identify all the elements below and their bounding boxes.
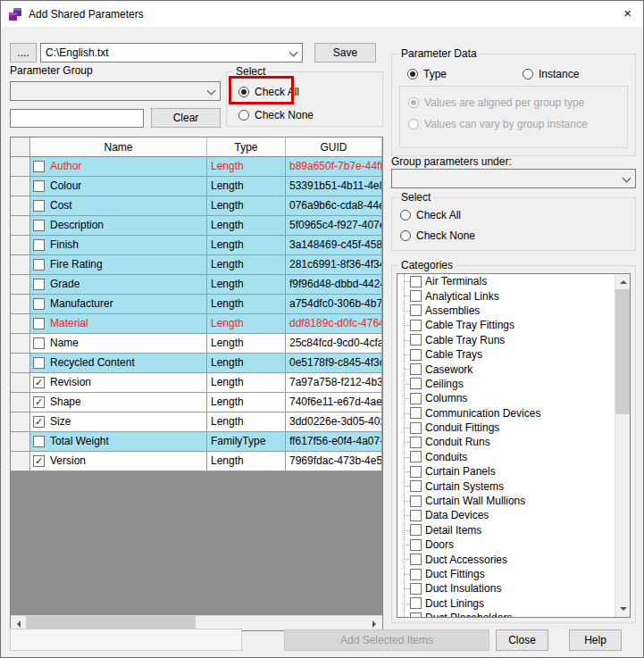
table-row[interactable]: AuthorLengthb89a650f-7b7e-44ff-8	[11, 157, 382, 177]
chevron-down-icon[interactable]	[207, 87, 215, 96]
column-header-guid[interactable]: GUID	[286, 137, 382, 156]
category-item[interactable]: Curtain Panels	[397, 464, 615, 479]
row-checkbox[interactable]	[33, 357, 45, 369]
category-checkbox[interactable]	[410, 510, 422, 521]
category-checkbox[interactable]	[410, 480, 422, 492]
category-checkbox[interactable]	[410, 524, 422, 536]
category-item[interactable]: Data Devices	[397, 508, 615, 522]
category-checkbox[interactable]	[410, 378, 422, 389]
clear-button[interactable]: Clear	[151, 108, 221, 128]
category-item[interactable]: Curtain Wall Mullions	[397, 494, 615, 508]
category-checkbox[interactable]	[410, 276, 422, 287]
check-all-radio[interactable]: Check All	[238, 86, 299, 98]
type-radio[interactable]: Type	[407, 68, 447, 80]
category-checkbox[interactable]	[410, 363, 422, 375]
row-checkbox[interactable]	[33, 436, 45, 447]
category-checkbox[interactable]	[410, 583, 422, 595]
vertical-scrollbar[interactable]	[615, 274, 630, 617]
row-checkbox[interactable]: ✓	[33, 396, 45, 408]
table-row[interactable]: ✓SizeLength3dd0226e-3d05-402a	[11, 412, 382, 432]
chevron-down-icon[interactable]	[623, 175, 631, 183]
group-under-combobox[interactable]	[391, 169, 636, 188]
add-selected-items-button[interactable]: Add Selected Items	[284, 629, 489, 651]
category-checkbox[interactable]	[410, 597, 422, 609]
category-item[interactable]: Curtain Systems	[397, 479, 615, 493]
category-item[interactable]: Ceilings	[397, 377, 615, 391]
categories-check-all-radio[interactable]: Check All	[400, 209, 461, 221]
close-button[interactable]: Close	[496, 629, 548, 651]
row-checkbox[interactable]	[33, 318, 45, 329]
chevron-down-icon[interactable]	[289, 49, 297, 57]
category-checkbox[interactable]	[410, 393, 422, 404]
row-checkbox[interactable]	[33, 220, 45, 231]
row-checkbox[interactable]	[33, 298, 45, 310]
category-checkbox[interactable]	[410, 569, 422, 580]
parameter-group-combobox[interactable]	[10, 81, 221, 101]
table-row[interactable]: Recycled ContentLength0e5178f9-c845-4f3c…	[11, 354, 382, 373]
category-checkbox[interactable]	[410, 612, 422, 617]
row-checkbox[interactable]	[33, 161, 45, 172]
category-item[interactable]: Duct Linings	[397, 596, 615, 611]
table-row[interactable]: NameLength25c84fcd-9cd0-4cfa-	[11, 334, 382, 354]
table-row[interactable]: ✓ShapeLength740f6e11-e67d-4ae7	[11, 393, 382, 412]
category-item[interactable]: Columns	[397, 391, 615, 405]
category-checkbox[interactable]	[410, 451, 422, 462]
category-item[interactable]: Duct Accessories	[397, 552, 615, 566]
category-item[interactable]: Cable Trays	[397, 347, 615, 362]
row-checkbox[interactable]: ✓	[33, 416, 45, 428]
category-checkbox[interactable]	[410, 304, 422, 316]
category-checkbox[interactable]	[410, 422, 422, 434]
check-none-radio[interactable]: Check None	[238, 109, 314, 121]
table-row[interactable]: ColourLength53391b51-4b11-4e8a	[11, 177, 382, 196]
instance-radio[interactable]: Instance	[523, 68, 579, 80]
save-button[interactable]: Save	[314, 43, 376, 62]
table-row[interactable]: CostLength076a9b6c-cda8-44ea	[11, 196, 382, 216]
category-item[interactable]: Conduit Fittings	[397, 421, 615, 435]
table-row[interactable]: GradeLengthf9f96d48-dbbd-4424-	[11, 275, 382, 295]
category-checkbox[interactable]	[410, 334, 422, 346]
filter-input[interactable]	[10, 109, 144, 128]
row-checkbox[interactable]	[33, 180, 45, 192]
row-checkbox[interactable]: ✓	[33, 377, 45, 388]
category-item[interactable]: Communication Devices	[397, 406, 615, 421]
category-checkbox[interactable]	[410, 290, 422, 302]
table-row[interactable]: DescriptionLength5f0965c4-f927-407e-	[11, 216, 382, 236]
category-checkbox[interactable]	[410, 320, 422, 331]
category-item[interactable]: Cable Tray Runs	[397, 333, 615, 347]
column-header-type[interactable]: Type	[207, 137, 286, 156]
category-checkbox[interactable]	[410, 496, 422, 507]
category-item[interactable]: Cable Tray Fittings	[397, 318, 615, 332]
scroll-up-button[interactable]	[615, 274, 631, 289]
category-item[interactable]: Casework	[397, 362, 615, 376]
table-row[interactable]: Total WeightFamilyTypeff617f56-e0f4-4a07…	[11, 432, 382, 452]
category-checkbox[interactable]	[410, 437, 422, 448]
category-item[interactable]: Conduits	[397, 450, 615, 464]
category-item[interactable]: Analytical Links	[397, 288, 615, 303]
category-checkbox[interactable]	[410, 407, 422, 419]
table-row[interactable]: MaterialLengthddf8189c-d0fc-4764-	[11, 314, 382, 334]
category-item[interactable]: Assemblies	[397, 304, 615, 318]
row-checkbox[interactable]	[33, 200, 45, 212]
table-row[interactable]: FinishLength3a148469-c45f-458a	[11, 236, 382, 255]
category-checkbox[interactable]	[410, 349, 422, 361]
close-icon[interactable]: ×	[623, 5, 631, 21]
row-checkbox[interactable]	[33, 259, 45, 271]
vertical-scrollbar-thumb[interactable]	[615, 289, 631, 414]
category-item[interactable]: Duct Insulations	[397, 581, 615, 596]
row-checkbox[interactable]	[33, 279, 45, 290]
row-checkbox[interactable]	[33, 239, 45, 251]
category-checkbox[interactable]	[410, 539, 422, 551]
file-path-combobox[interactable]: C:\English.txt	[40, 43, 303, 62]
row-checkbox[interactable]	[33, 337, 45, 349]
category-item[interactable]: Conduit Runs	[397, 435, 615, 449]
categories-check-none-radio[interactable]: Check None	[400, 229, 475, 242]
table-row[interactable]: ✓RevisionLength7a97a758-f212-4b3d	[11, 373, 382, 393]
row-checkbox[interactable]: ✓	[33, 455, 45, 467]
category-item[interactable]: Duct Fittings	[397, 567, 615, 581]
category-checkbox[interactable]	[410, 554, 422, 565]
column-header-name[interactable]: Name	[30, 137, 207, 156]
category-item[interactable]: Duct Placeholders	[397, 611, 615, 617]
table-row[interactable]: ManufacturerLengtha754dfc0-306b-4b7f-b	[11, 295, 382, 314]
category-item[interactable]: Air Terminals	[397, 274, 615, 288]
scroll-down-button[interactable]	[615, 602, 631, 617]
